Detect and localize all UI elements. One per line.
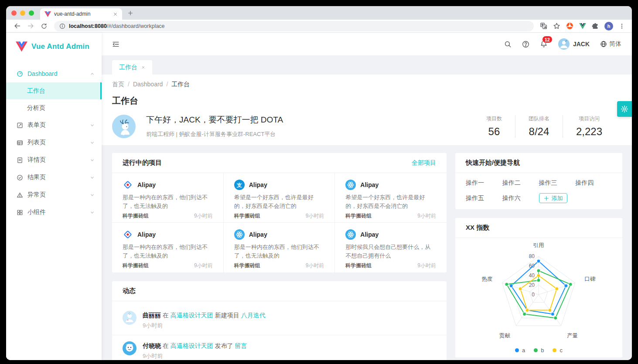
menu-fold-icon[interactable] xyxy=(112,41,119,48)
activity-link[interactable]: 留言 xyxy=(235,342,247,349)
radar-point-b xyxy=(537,269,540,272)
extensions-puzzle-icon[interactable] xyxy=(592,23,599,30)
stat-value: 2,223 xyxy=(576,126,602,138)
project-group-link[interactable]: 科学搬砖组 xyxy=(123,212,149,220)
browser-window: vue-antd-admin localhost:8080/#/dashboar… xyxy=(6,6,632,360)
quicknav-link-1[interactable]: 操作二 xyxy=(502,179,539,187)
project-footer: 科学搬砖组9小时前 xyxy=(345,212,436,220)
radar-point-b xyxy=(554,316,557,320)
zoom-window-button[interactable] xyxy=(29,10,34,16)
sidebar-subitem-0-0[interactable]: 工作台 xyxy=(6,82,102,99)
address-bar[interactable]: localhost:8080/#/dashboard/workplace xyxy=(54,21,534,31)
page-header: 首页/Dashboard/工作台 工作台 下午好，JACK，要不要打一把 DOT… xyxy=(102,75,632,145)
legend-item-b[interactable]: b xyxy=(534,347,544,354)
add-button[interactable]: 添加 xyxy=(539,193,567,203)
project-card-2[interactable]: Alipay希望是一个好东西，也许是最好的，好东西是不会消亡的科学搬砖组9小时前 xyxy=(335,173,447,223)
close-window-button[interactable] xyxy=(11,10,17,16)
sidebar-item-1[interactable]: 表单页 xyxy=(6,116,102,134)
project-card-4[interactable]: Alipay那是一种内在的东西，他们到达不了，也无法触及的科学搬砖组9小时前 xyxy=(224,223,335,272)
quicknav-link-4[interactable]: 操作五 xyxy=(466,194,502,202)
quicknav-link-3[interactable]: 操作四 xyxy=(575,179,612,187)
activity-link[interactable]: 高逼格设计天团 xyxy=(171,342,213,349)
url-host: localhost:8080 xyxy=(69,23,107,29)
project-name[interactable]: Alipay xyxy=(137,181,156,188)
radar-card-header: XX 指数 xyxy=(455,218,622,238)
sidebar-item-5[interactable]: 异常页 xyxy=(6,186,102,204)
project-name[interactable]: Alipay xyxy=(360,231,379,238)
sidebar-item-3[interactable]: 详情页 xyxy=(6,151,102,169)
app-logo[interactable]: Vue Antd Admin xyxy=(6,33,102,61)
user-menu[interactable]: JACK xyxy=(558,38,590,50)
all-projects-link[interactable]: 全部项目 xyxy=(412,159,436,167)
legend-label: b xyxy=(541,347,544,354)
activities-card: 动态 曲丽丽 在 高逼格设计天团 新建项目 八月迭代9小时前付晓晓 在 高逼格设… xyxy=(112,281,447,360)
project-group-link[interactable]: 科学搬砖组 xyxy=(234,212,260,220)
radar-point-c xyxy=(519,287,522,290)
quicknav-link-0[interactable]: 操作一 xyxy=(466,179,502,187)
sidebar-item-6[interactable]: 小组件 xyxy=(6,204,102,221)
sidebar-item-2[interactable]: 列表页 xyxy=(6,134,102,151)
site-info-icon[interactable] xyxy=(59,23,65,29)
language-switcher[interactable]: 简体 xyxy=(600,40,621,48)
legend-dot xyxy=(534,348,538,352)
project-card-3[interactable]: Alipay那是一种内在的东西，他们到达不了，也无法触及的科学搬砖组9小时前 xyxy=(112,223,224,272)
search-icon[interactable] xyxy=(504,41,512,48)
sidebar-item-label: 详情页 xyxy=(27,156,46,164)
sidebar-subitem-0-1[interactable]: 分析页 xyxy=(6,99,102,116)
project-card-5[interactable]: Alipay那时候我只会想自己想要什么，从不想自己拥有什么科学搬砖组9小时前 xyxy=(335,223,447,272)
minimize-window-button[interactable] xyxy=(20,10,25,16)
project-name[interactable]: Alipay xyxy=(360,181,379,188)
quicknav-link-2[interactable]: 操作三 xyxy=(539,179,576,187)
project-group-link[interactable]: 科学搬砖组 xyxy=(123,262,149,269)
forward-icon[interactable] xyxy=(27,22,34,30)
radar-title: XX 指数 xyxy=(466,224,489,232)
project-card-0[interactable]: Alipay那是一种内在的东西，他们到达不了，也无法触及的科学搬砖组9小时前 xyxy=(112,173,224,223)
page-tab-close-icon[interactable] xyxy=(141,65,145,69)
left-column: 进行中的项目 全部项目 Alipay那是一种内在的东西，他们到达不了，也无法触及… xyxy=(112,153,447,360)
notification-badge: 12 xyxy=(542,36,553,43)
new-tab-button[interactable] xyxy=(127,10,133,16)
activity-user[interactable]: 曲丽丽 xyxy=(143,312,161,319)
project-name[interactable]: Alipay xyxy=(249,181,267,188)
legend-item-a[interactable]: a xyxy=(515,347,525,354)
quicknav-link-5[interactable]: 操作六 xyxy=(502,194,539,202)
browser-menu-kebab-icon[interactable] xyxy=(619,23,625,30)
browser-profile-avatar[interactable]: h xyxy=(604,22,613,31)
chevron-down-icon xyxy=(90,193,95,197)
sidebar-item-4[interactable]: 结果页 xyxy=(6,169,102,186)
activity-link[interactable]: 八月迭代 xyxy=(241,312,266,319)
tab-close-icon[interactable] xyxy=(113,12,118,17)
notification-bell-icon[interactable]: 12 xyxy=(540,40,548,48)
project-group-link[interactable]: 科学搬砖组 xyxy=(345,212,372,220)
activity-user[interactable]: 付晓晓 xyxy=(143,342,161,349)
legend-dot xyxy=(515,348,519,352)
project-name[interactable]: Alipay xyxy=(249,231,267,238)
project-group-link[interactable]: 科学搬砖组 xyxy=(234,262,260,269)
help-icon[interactable] xyxy=(522,41,529,48)
translate-icon[interactable] xyxy=(540,22,547,30)
bookmark-star-icon[interactable] xyxy=(553,22,560,30)
project-footer: 科学搬砖组9小时前 xyxy=(123,262,213,269)
breadcrumb-item[interactable]: Dashboard xyxy=(133,81,163,88)
vue-devtools-icon[interactable] xyxy=(579,23,586,29)
profile-icon xyxy=(17,157,23,163)
legend-item-c[interactable]: c xyxy=(553,347,563,354)
back-icon[interactable] xyxy=(14,22,21,30)
activity-link[interactable]: 高逼格设计天团 xyxy=(171,312,213,319)
page-tab-workplace[interactable]: 工作台 xyxy=(112,60,152,75)
breadcrumb-item[interactable]: 首页 xyxy=(112,81,124,88)
reload-icon[interactable] xyxy=(41,23,48,30)
gear-icon xyxy=(621,105,628,113)
project-footer: 科学搬砖组9小时前 xyxy=(234,212,324,220)
extension-orange-icon[interactable] xyxy=(566,22,573,30)
sidebar-item-0[interactable]: Dashboard xyxy=(6,65,102,82)
project-group-link[interactable]: 科学搬砖组 xyxy=(345,262,372,269)
project-card-1[interactable]: 支Alipay希望是一个好东西，也许是最好的，好东西是不会消亡的科学搬砖组9小时… xyxy=(224,173,335,223)
browser-tab[interactable]: vue-antd-admin xyxy=(40,8,122,20)
form-icon xyxy=(17,122,23,129)
settings-drawer-button[interactable] xyxy=(617,101,632,117)
page-tabs-bar: 工作台 xyxy=(102,55,632,75)
activities-card-header: 动态 xyxy=(112,281,447,301)
radar-point-a xyxy=(537,259,540,263)
project-name[interactable]: Alipay xyxy=(137,231,156,238)
